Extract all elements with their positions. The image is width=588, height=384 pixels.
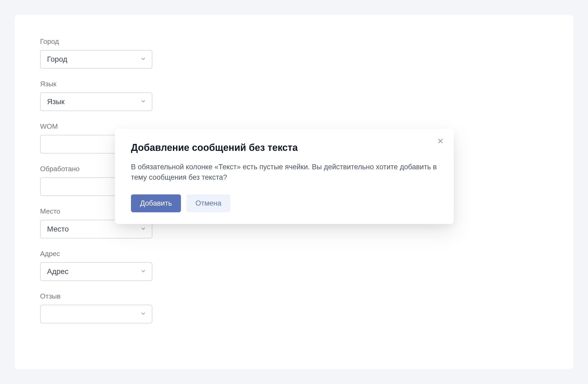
address-select[interactable] — [40, 262, 152, 281]
language-select[interactable] — [40, 92, 152, 111]
form-group-address: Адрес — [40, 250, 548, 281]
review-label: Отзыв — [40, 292, 548, 300]
form-group-review: Отзыв — [40, 292, 548, 323]
modal-close-button[interactable] — [436, 137, 445, 146]
form-group-language: Язык — [40, 80, 548, 111]
city-label: Город — [40, 37, 548, 46]
modal-footer: Добавить Отмена — [131, 194, 438, 212]
modal-body-text: В обязательной колонке «Текст» есть пуст… — [131, 162, 438, 183]
city-select[interactable] — [40, 50, 152, 69]
cancel-button[interactable]: Отмена — [186, 194, 230, 212]
address-select-wrapper — [40, 262, 152, 281]
review-select-wrapper — [40, 305, 152, 323]
modal-title: Добавление сообщений без текста — [131, 142, 438, 153]
city-select-wrapper — [40, 50, 152, 69]
review-select[interactable] — [40, 305, 152, 323]
close-icon — [437, 138, 444, 146]
confirm-button[interactable]: Добавить — [131, 194, 181, 212]
confirm-modal: Добавление сообщений без текста В обязат… — [115, 129, 454, 224]
language-select-wrapper — [40, 92, 152, 111]
language-label: Язык — [40, 80, 548, 88]
address-label: Адрес — [40, 250, 548, 258]
form-group-city: Город — [40, 37, 548, 69]
